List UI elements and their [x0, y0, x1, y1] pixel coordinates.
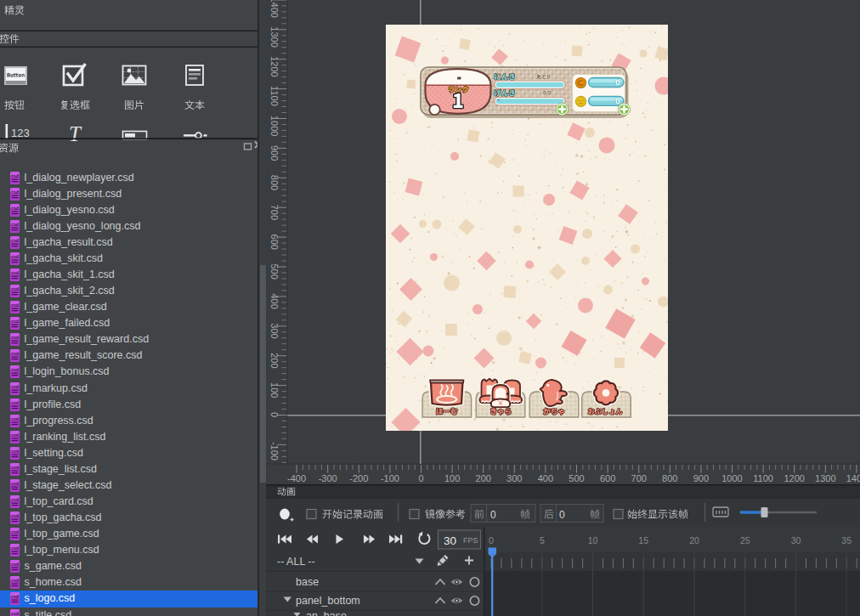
svg-text:csd: csd	[11, 464, 19, 469]
svg-text:csd: csd	[11, 351, 19, 356]
svg-text:csd: csd	[11, 367, 19, 372]
svg-text:0: 0	[559, 509, 565, 521]
svg-text:csd: csd	[11, 513, 19, 518]
svg-text:600: 600	[600, 473, 615, 483]
svg-text:300: 300	[506, 473, 522, 483]
svg-text:-100: -100	[269, 442, 280, 461]
svg-text:35: 35	[841, 535, 852, 545]
svg-text:500: 500	[269, 264, 280, 280]
svg-text:1000: 1000	[721, 473, 742, 483]
svg-text:25: 25	[740, 535, 750, 545]
svg-text:1200: 1200	[269, 56, 280, 76]
svg-text:-- ALL --: -- ALL --	[277, 556, 315, 568]
svg-text:1200: 1200	[784, 473, 804, 483]
svg-text:csd: csd	[11, 221, 19, 226]
svg-text:20: 20	[689, 535, 699, 545]
svg-text:123: 123	[11, 127, 30, 139]
svg-text:900: 900	[693, 473, 709, 483]
svg-text:csd: csd	[11, 448, 19, 453]
svg-text:1300: 1300	[269, 26, 280, 47]
svg-text:200: 200	[269, 353, 280, 368]
svg-text:-400: -400	[287, 473, 306, 483]
svg-text:30: 30	[444, 534, 456, 547]
svg-text:0: 0	[269, 412, 280, 417]
svg-text:400: 400	[269, 293, 280, 308]
svg-text:15: 15	[638, 535, 648, 545]
svg-text:csd: csd	[11, 432, 19, 437]
svg-text:0: 0	[418, 473, 423, 483]
svg-text:csd: csd	[11, 172, 19, 178]
svg-text:csd: csd	[11, 302, 19, 308]
svg-text:csd: csd	[11, 319, 19, 324]
svg-text:csd: csd	[11, 253, 19, 258]
svg-text:400: 400	[538, 473, 553, 483]
svg-text:csd: csd	[11, 335, 19, 340]
svg-text:csd: csd	[11, 529, 19, 534]
svg-text:-100: -100	[381, 473, 399, 483]
svg-text:csd: csd	[11, 286, 19, 291]
svg-text:csd: csd	[11, 415, 19, 421]
svg-text:csd: csd	[11, 545, 19, 551]
svg-text:1100: 1100	[269, 86, 280, 106]
svg-text:csd: csd	[11, 399, 19, 404]
svg-text:csd: csd	[11, 480, 19, 485]
svg-text:csd: csd	[11, 578, 19, 583]
svg-text:an_base: an_base	[306, 610, 347, 616]
svg-text:700: 700	[269, 205, 280, 220]
svg-text:FPS: FPS	[463, 536, 478, 545]
svg-text:csd: csd	[11, 237, 19, 242]
svg-text:300: 300	[269, 323, 280, 338]
svg-text:-200: -200	[349, 473, 368, 483]
svg-text:1400: 1400	[846, 473, 860, 483]
svg-text:T: T	[69, 122, 82, 145]
svg-text:csd: csd	[11, 594, 19, 599]
svg-text:1100: 1100	[753, 473, 773, 483]
svg-text:csd: csd	[11, 497, 19, 502]
svg-text:100: 100	[269, 382, 280, 398]
svg-text:500: 500	[569, 473, 584, 483]
svg-text:800: 800	[662, 473, 677, 483]
svg-text:5: 5	[540, 535, 545, 545]
svg-text:1300: 1300	[815, 473, 835, 483]
svg-text:700: 700	[631, 473, 647, 483]
svg-text:csd: csd	[11, 205, 19, 210]
svg-text:1400: 1400	[269, 0, 280, 18]
svg-text:0: 0	[490, 509, 496, 521]
svg-text:30: 30	[791, 535, 801, 545]
svg-text:100: 100	[444, 473, 460, 483]
svg-text:200: 200	[476, 473, 491, 483]
svg-text:csd: csd	[11, 610, 19, 615]
svg-text:csd: csd	[11, 383, 19, 388]
svg-text:csd: csd	[11, 562, 19, 567]
svg-text:csd: csd	[11, 270, 19, 275]
svg-text:-300: -300	[319, 473, 337, 483]
svg-text:1000: 1000	[269, 116, 280, 136]
svg-text:800: 800	[269, 175, 280, 190]
svg-text:base: base	[296, 576, 319, 588]
svg-text:900: 900	[269, 145, 280, 161]
svg-text:0: 0	[489, 535, 494, 545]
svg-text:10: 10	[588, 535, 598, 545]
svg-text:csd: csd	[11, 189, 19, 194]
svg-text:600: 600	[269, 235, 280, 250]
svg-text:panel_bottom: panel_bottom	[296, 595, 360, 607]
